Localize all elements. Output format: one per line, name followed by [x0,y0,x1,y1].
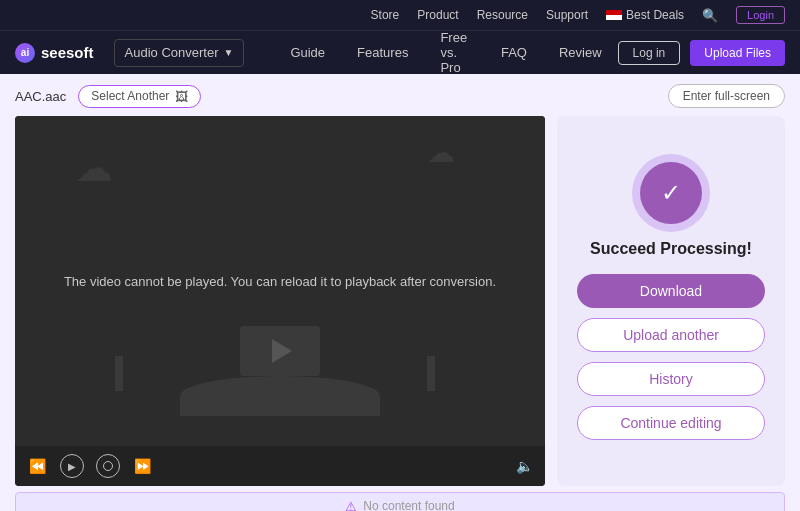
main-content: AAC.aac Select Another 🖼 Enter full-scre… [0,74,800,511]
upload-files-button[interactable]: Upload Files [690,40,785,66]
top-navigation: Store Product Resource Support Best Deal… [0,0,800,30]
resource-link[interactable]: Resource [477,8,528,22]
product-link[interactable]: Product [417,8,458,22]
film-play-icon [240,326,320,376]
video-controls: ⏪ ▶ ⏩ 🔈 [15,446,545,486]
no-content-text: No content found [363,499,454,511]
action-buttons: Download Upload another History Continue… [577,274,765,440]
volume-icon[interactable]: 🔈 [516,458,533,474]
app-name-label: Audio Converter [125,45,219,60]
record-button[interactable] [96,454,120,478]
login-button-nav[interactable]: Log in [618,41,681,65]
cloud-left-icon: ☁ [75,146,113,190]
features-link[interactable]: Features [341,45,424,60]
no-content-bar: ⚠ No content found [15,492,785,511]
cloud-right-icon: ☁ [427,136,455,169]
nav-links: Guide Features Free vs. Pro FAQ Review [274,30,617,75]
chevron-down-icon: ▼ [223,47,233,58]
video-area: ☁ ☁ The video cannot be played. You can … [15,116,545,446]
film-scene-icon [230,326,330,386]
history-button[interactable]: History [577,362,765,396]
logo-text: seesoft [41,44,94,61]
upload-another-button[interactable]: Upload another [577,318,765,352]
record-inner-icon [103,461,113,471]
logo-see: seesoft [41,44,94,61]
faq-link[interactable]: FAQ [485,45,543,60]
rewind-button[interactable]: ⏪ [27,456,48,476]
tree-right-icon [427,356,435,391]
login-button-top[interactable]: Login [736,6,785,24]
content-columns: ☁ ☁ The video cannot be played. You can … [15,116,785,486]
download-button[interactable]: Download [577,274,765,308]
file-name: AAC.aac [15,89,66,104]
review-link[interactable]: Review [543,45,618,60]
tree-left-icon [115,356,123,391]
store-link[interactable]: Store [371,8,400,22]
video-message: The video cannot be played. You can relo… [64,274,496,289]
support-link[interactable]: Support [546,8,588,22]
play-button[interactable]: ▶ [60,454,84,478]
continue-editing-button[interactable]: Continue editing [577,406,765,440]
flag-icon [606,10,622,20]
secondary-navigation: ai seesoft Audio Converter ▼ Guide Featu… [0,30,800,74]
guide-link[interactable]: Guide [274,45,341,60]
select-another-label: Select Another [91,89,169,103]
logo-icon: ai [15,43,35,63]
fullscreen-button[interactable]: Enter full-screen [668,84,785,108]
skip-forward-button[interactable]: ⏩ [132,456,153,476]
monitor-icon: 🖼 [175,89,188,104]
warning-icon: ⚠ [345,499,357,512]
file-left: AAC.aac Select Another 🖼 [15,85,201,108]
right-panel: ✓ Succeed Processing! Download Upload an… [557,116,785,486]
logo-area: ai seesoft [15,43,94,63]
success-circle: ✓ [640,162,702,224]
check-icon: ✓ [661,179,681,207]
search-icon[interactable]: 🔍 [702,8,718,23]
app-name-dropdown[interactable]: Audio Converter ▼ [114,39,245,67]
succeed-text: Succeed Processing! [590,240,752,258]
video-panel: ☁ ☁ The video cannot be played. You can … [15,116,545,486]
file-bar: AAC.aac Select Another 🖼 Enter full-scre… [15,84,785,108]
free-vs-pro-link[interactable]: Free vs. Pro [424,30,485,75]
best-deals-link[interactable]: Best Deals [626,8,684,22]
select-another-button[interactable]: Select Another 🖼 [78,85,201,108]
best-deals-area: Best Deals [606,8,684,22]
nav-actions: Log in Upload Files [618,40,785,66]
